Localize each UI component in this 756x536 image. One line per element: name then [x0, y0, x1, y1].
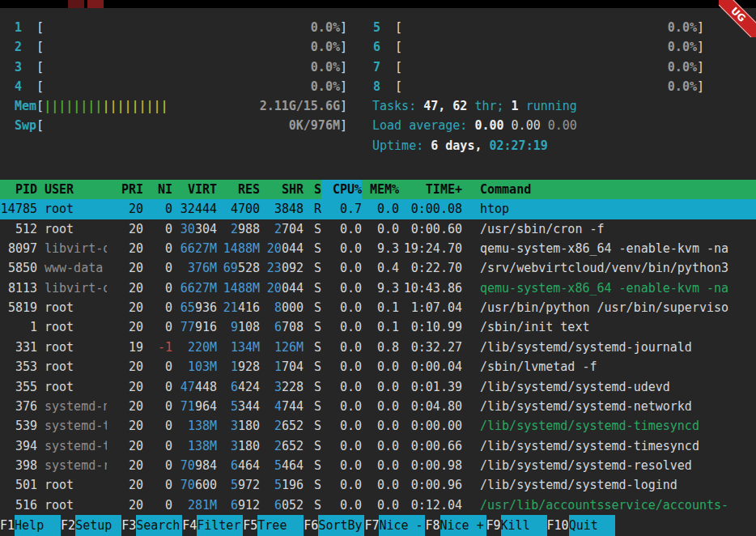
- process-row[interactable]: 501 root 20 0 70600 5972 5196 S 0.0 0.0 …: [0, 475, 756, 495]
- fn-key[interactable]: F10 Quit: [547, 515, 615, 536]
- process-row[interactable]: 376 systemd-n 20 0 71964 5344 4744 S 0.0…: [0, 397, 756, 416]
- cell-state: S: [304, 357, 321, 376]
- cell-res: 6912: [217, 496, 260, 515]
- cpu-meter: 6 [ 0.0% ]: [372, 37, 704, 57]
- process-row[interactable]: 539 systemd-t 20 0 138M 3180 2652 S 0.0 …: [0, 416, 756, 436]
- htop-terminal-screen: { "chars": { "bracket_open": "[", "brack…: [0, 0, 756, 536]
- header-pid[interactable]: PID: [0, 180, 37, 199]
- header-pri[interactable]: PRI: [107, 180, 143, 199]
- process-row[interactable]: 516 root 20 0 281M 6912 6052 S 0.0 0.0 0…: [0, 496, 756, 515]
- cell-res-kb: 180: [238, 439, 260, 453]
- cell-mem: 0.1: [362, 298, 399, 317]
- topbar-chip: [87, 0, 104, 8]
- process-row[interactable]: 5850 www-data 20 0 376M 69528 23092 S 0.…: [0, 258, 756, 278]
- cpu-meter-value: 0.0%: [311, 18, 340, 37]
- header-state[interactable]: S: [304, 180, 321, 199]
- cell-res-kb: 180: [238, 419, 260, 433]
- cell-res-mb: 1488M: [223, 241, 260, 256]
- header-virt[interactable]: VIRT: [172, 180, 217, 199]
- cell-res-mb: 9: [231, 320, 238, 334]
- fn-key[interactable]: F3 Search: [121, 515, 182, 536]
- cell-user: systemd-r: [37, 456, 107, 475]
- cell-ni: 0: [143, 199, 172, 219]
- swap-label: Swp: [15, 116, 36, 135]
- cell-res-kb: 988: [238, 222, 260, 236]
- process-row[interactable]: 14785 root 20 0 32444 4700 3848 R 0.7 0.…: [0, 199, 756, 219]
- header-user[interactable]: USER: [37, 180, 107, 199]
- cell-state: S: [304, 496, 321, 515]
- fn-key[interactable]: F8 Nice +: [425, 515, 486, 536]
- process-row[interactable]: 5819 root 20 0 65936 21416 8000 S 0.0 0.…: [0, 298, 756, 317]
- fn-key[interactable]: F1 Help: [0, 515, 61, 536]
- cell-virt-mb: 103M: [188, 359, 217, 374]
- cell-virt: 376M: [172, 258, 217, 278]
- bracket-open: [: [395, 37, 402, 57]
- cell-shr: 2652: [260, 416, 304, 436]
- cell-res-mb: 2: [231, 222, 238, 236]
- cell-res: 2988: [217, 219, 260, 239]
- process-table-body: 14785 root 20 0 32444 4700 3848 R 0.7 0.…: [0, 199, 756, 515]
- process-row[interactable]: 355 root 20 0 47448 6424 3228 S 0.0 0.0 …: [0, 377, 756, 397]
- cell-mem: 0.0: [362, 219, 399, 239]
- cell-pid: 14785: [0, 199, 37, 219]
- fn-key-label: Nice -: [379, 515, 425, 536]
- cell-state: S: [304, 338, 321, 357]
- header-time[interactable]: TIME+: [399, 180, 462, 199]
- cell-shr-kb: 708: [282, 320, 304, 334]
- cell-virt-mb: 281M: [188, 498, 217, 513]
- bracket-close: ]: [697, 37, 704, 57]
- process-row[interactable]: 394 systemd-t 20 0 138M 3180 2652 S 0.0 …: [0, 436, 756, 456]
- fn-key[interactable]: F5 Tree: [243, 515, 304, 536]
- cell-time: 0:00.98: [399, 456, 462, 475]
- cell-ni: 0: [143, 436, 172, 456]
- cell-virt: 77916: [172, 317, 217, 337]
- cell-shr: 6708: [260, 317, 304, 337]
- header-mem[interactable]: MEM%: [362, 180, 399, 199]
- cpu-bar-empty: [44, 57, 311, 77]
- fn-key[interactable]: F6 SortBy: [304, 515, 364, 536]
- cell-virt-kb: 448: [195, 380, 217, 394]
- cell-cpu: 0.0: [321, 338, 362, 357]
- cell-shr: 5196: [260, 475, 304, 495]
- header-ni[interactable]: NI: [143, 180, 172, 199]
- process-row[interactable]: 398 systemd-r 20 0 70984 6464 5464 S 0.0…: [0, 456, 756, 475]
- cell-time: 0:00.00: [399, 416, 462, 436]
- cpu-meters-right: 5 [ 0.0% ] 6 [ 0.0% ] 7 [ 0.0% ] 8 [ 0.0…: [372, 18, 704, 96]
- fn-key[interactable]: F9 Kill: [486, 515, 547, 536]
- process-row[interactable]: 8113 libvirt-q 20 0 6627M 1488M 20044 S …: [0, 279, 756, 298]
- fn-key-number: F9: [486, 515, 501, 536]
- load-label: Load average:: [372, 116, 474, 135]
- cell-pid: 376: [0, 397, 37, 416]
- cpu-meter-value: 0.0%: [668, 57, 697, 77]
- running-count: 1: [512, 96, 519, 116]
- fn-key[interactable]: F2 Setup: [61, 515, 121, 536]
- cell-mem: 0.0: [362, 496, 399, 515]
- bracket-close: ]: [340, 18, 347, 37]
- cell-res: 21416: [217, 298, 260, 317]
- cell-virt: 220M: [172, 338, 217, 357]
- cpu-meter: 8 [ 0.0% ]: [372, 77, 704, 96]
- header-command[interactable]: Command: [462, 180, 756, 199]
- cell-shr-kb: 000: [282, 300, 304, 315]
- process-row[interactable]: 353 root 20 0 103M 1928 1704 S 0.0 0.0 0…: [0, 357, 756, 376]
- cell-virt: 103M: [172, 357, 217, 376]
- cell-res: 1928: [217, 357, 260, 376]
- process-row[interactable]: 8097 libvirt-q 20 0 6627M 1488M 20044 S …: [0, 239, 756, 258]
- cell-res-mb: 69: [223, 261, 238, 275]
- cpu-bar-empty: [44, 18, 311, 37]
- cell-state: S: [304, 219, 321, 239]
- process-row[interactable]: 512 root 20 0 30304 2988 2704 S 0.0 0.0 …: [0, 219, 756, 239]
- cell-mem: 9.3: [362, 279, 399, 298]
- cell-res-mb: 3: [231, 419, 238, 433]
- process-row[interactable]: 1 root 20 0 77916 9108 6708 S 0.0 0.1 0:…: [0, 317, 756, 337]
- cell-shr-mb: 6: [274, 498, 282, 513]
- fn-key[interactable]: F4 Filter: [182, 515, 243, 536]
- cell-shr: 6052: [260, 496, 304, 515]
- cell-shr-mb: 6: [274, 320, 282, 334]
- header-cpu-sort-active[interactable]: CPU%: [321, 180, 362, 199]
- fn-key[interactable]: F7 Nice -: [364, 515, 425, 536]
- process-row[interactable]: 331 root 19 -1 220M 134M 126M S 0.0 0.8 …: [0, 338, 756, 357]
- cell-time: 0:00.60: [399, 219, 462, 239]
- header-res[interactable]: RES: [217, 180, 260, 199]
- header-shr[interactable]: SHR: [260, 180, 304, 199]
